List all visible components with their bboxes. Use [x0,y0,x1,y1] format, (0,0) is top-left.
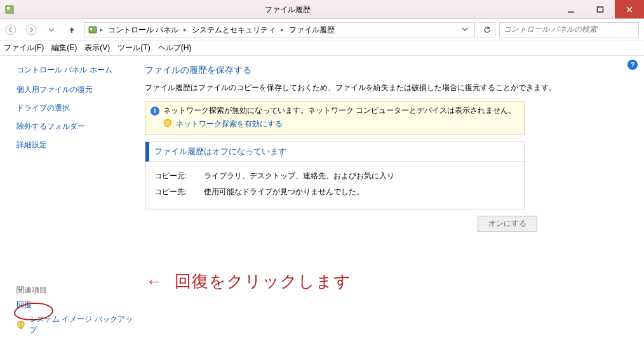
control-panel-icon [87,25,98,35]
shield-icon [17,320,25,329]
recent-locations-button[interactable] [43,22,60,38]
chevron-right-icon[interactable]: ▸ [182,26,188,33]
notice-text: ネットワーク探索が無効になっています。ネットワーク コンピューターとデバイスは表… [163,105,516,116]
titlebar: ファイル履歴 [0,0,644,19]
svg-point-6 [6,25,16,35]
main-panel: ? ファイルの履歴を保存する ファイル履歴はファイルのコピーを保存しておくため、… [140,56,644,342]
window-title: ファイル履歴 [19,0,556,18]
breadcrumb[interactable]: ▸ コントロール パネル ▸ システムとセキュリティ ▸ ファイル履歴 [84,22,475,37]
menu-help[interactable]: ヘルプ(H) [158,43,192,53]
copy-to-value: 使用可能なドライブが見つかりませんでした。 [204,187,364,197]
up-button[interactable] [64,22,80,38]
copy-from-value: ライブラリ、デスクトップ、連絡先、およびお気に入り [204,171,394,181]
copy-to-label: コピー先: [154,187,195,197]
maximize-button[interactable] [586,0,615,18]
minimize-button[interactable] [556,0,586,18]
shield-icon [163,119,172,129]
sidebar-link-recovery[interactable]: 回復 [17,299,135,310]
breadcrumb-dropdown[interactable] [458,25,472,34]
sidebar-home-link[interactable]: コントロール パネル ホーム [17,65,140,76]
chevron-right-icon[interactable]: ▸ [98,26,104,33]
search-input[interactable]: コントロール パネルの検索 [499,22,639,37]
svg-point-7 [26,25,36,35]
svg-rect-9 [90,28,92,30]
app-icon [0,0,19,18]
forward-button[interactable] [23,22,39,38]
breadcrumb-item[interactable]: コントロール パネル [104,23,182,37]
sidebar-link-drive[interactable]: ドライブの選択 [17,103,140,114]
related-label: 関連項目 [17,285,135,296]
status-header: ファイル履歴はオフになっています [145,142,524,162]
menu-view[interactable]: 表示(V) [84,43,110,53]
sidebar-related: 関連項目 回復 システム イメージ バックアップ [17,285,135,336]
menu-file[interactable]: ファイル(F) [4,43,44,53]
menu-bar: ファイル(F) 編集(E) 表示(V) ツール(T) ヘルプ(H) [0,41,644,56]
sidebar-link-restore[interactable]: 個人用ファイルの復元 [17,84,140,95]
enable-network-discovery-link[interactable]: ネットワーク探索を有効にする [176,119,283,129]
search-placeholder: コントロール パネルの検索 [504,24,597,35]
svg-rect-8 [89,27,97,33]
sidebar-link-advanced[interactable]: 詳細設定 [17,140,140,150]
svg-rect-3 [598,7,603,12]
breadcrumb-item[interactable]: ファイル履歴 [285,23,339,37]
sidebar-link-image-backup[interactable]: システム イメージ バックアップ [29,314,135,336]
copy-from-label: コピー元: [154,171,195,181]
info-icon: i [151,107,159,115]
back-button[interactable] [3,22,19,38]
close-button[interactable] [615,0,644,18]
refresh-button[interactable] [479,22,495,37]
sidebar-link-exclude[interactable]: 除外するフォルダー [17,121,140,132]
menu-edit[interactable]: 編集(E) [51,43,77,53]
turn-on-button[interactable]: オンにする [478,216,537,232]
notice-box: i ネットワーク探索が無効になっています。ネットワーク コンピューターとデバイス… [145,101,525,135]
menu-tools[interactable]: ツール(T) [117,43,150,53]
status-box: ファイル履歴はオフになっています コピー元: ライブラリ、デスクトップ、連絡先、… [145,141,525,209]
chevron-right-icon[interactable]: ▸ [279,26,285,33]
sidebar: コントロール パネル ホーム 個人用ファイルの復元 ドライブの選択 除外するフォ… [0,56,140,342]
breadcrumb-item[interactable]: システムとセキュリティ [188,23,279,37]
page-heading: ファイルの履歴を保存する [145,65,626,76]
help-icon[interactable]: ? [627,60,638,70]
svg-rect-1 [7,7,10,10]
content-area: コントロール パネル ホーム 個人用ファイルの復元 ドライブの選択 除外するフォ… [0,56,644,342]
nav-row: ▸ コントロール パネル ▸ システムとセキュリティ ▸ ファイル履歴 コントロ… [0,19,644,41]
page-description: ファイル履歴はファイルのコピーを保存しておくため、ファイルを紛失または破損した場… [145,82,626,93]
